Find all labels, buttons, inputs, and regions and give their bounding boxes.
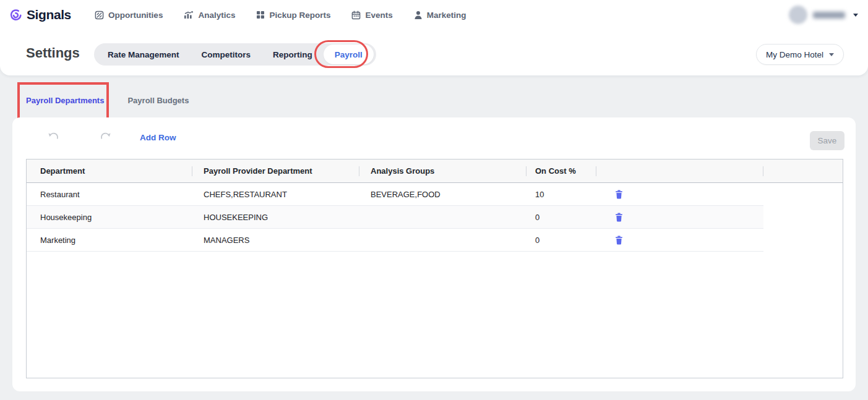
column-header-analysis-groups[interactable]: Analysis Groups (359, 160, 526, 182)
cell-department[interactable]: Restaurant (27, 190, 192, 199)
cell-department[interactable]: Marketing (27, 236, 192, 245)
hotel-selector-label: My Demo Hotel (766, 50, 823, 59)
analytics-icon (184, 11, 194, 19)
column-header-spacer (763, 160, 843, 182)
redo-button[interactable] (99, 131, 111, 143)
pickup-reports-icon (256, 11, 265, 19)
trash-icon (615, 190, 623, 199)
nav-item-marketing[interactable]: Marketing (414, 11, 466, 20)
column-header-actions (596, 160, 763, 182)
table-row[interactable]: Restaurant CHEFS,RESTAURANT BEVERAGE,FOO… (27, 183, 763, 206)
top-navbar: Signals Opportunities Analytics Pickup R… (0, 0, 868, 30)
subtab-label: Payroll Budgets (127, 96, 189, 105)
cell-payroll-provider-department[interactable]: MANAGERS (192, 236, 359, 245)
table-row[interactable]: Marketing MANAGERS 0 (27, 229, 763, 252)
save-button[interactable]: Save (810, 131, 844, 150)
nav-item-opportunities[interactable]: Opportunities (95, 11, 163, 20)
settings-tab-group: Rate Management Competitors Reporting Pa… (94, 43, 376, 66)
nav-label: Pickup Reports (269, 11, 330, 20)
subtab-payroll-budgets[interactable]: Payroll Budgets (127, 96, 189, 113)
page-title: Settings (26, 45, 80, 61)
user-menu[interactable] (789, 6, 858, 24)
subtab-label: Payroll Departments (26, 96, 104, 105)
delete-row-button[interactable] (615, 190, 623, 199)
add-row-button[interactable]: Add Row (140, 133, 176, 142)
hotel-selector-dropdown[interactable]: My Demo Hotel (756, 44, 844, 65)
chevron-down-icon (853, 14, 858, 17)
column-header-department[interactable]: Department (27, 160, 192, 182)
payroll-subtabs: Payroll Departments Payroll Budgets (26, 96, 189, 113)
nav-label: Events (365, 11, 392, 20)
nav-label: Marketing (427, 11, 466, 20)
nav-item-analytics[interactable]: Analytics (184, 11, 235, 20)
nav-item-events[interactable]: Events (351, 11, 392, 20)
chevron-down-icon (829, 53, 834, 56)
subtab-payroll-departments[interactable]: Payroll Departments (26, 96, 104, 113)
avatar (789, 6, 807, 24)
brand-name: Signals (27, 7, 71, 22)
payroll-departments-panel: Add Row Save Department Payroll Provider… (12, 117, 856, 391)
cell-on-cost-pct[interactable]: 10 (526, 190, 596, 199)
cell-on-cost-pct[interactable]: 0 (526, 236, 596, 245)
main-nav: Opportunities Analytics Pickup Reports E… (95, 11, 466, 20)
cell-on-cost-pct[interactable]: 0 (526, 213, 596, 222)
marketing-icon (414, 11, 423, 20)
cell-analysis-groups[interactable]: BEVERAGE,FOOD (359, 190, 526, 199)
nav-label: Opportunities (108, 11, 163, 20)
tab-payroll[interactable]: Payroll (324, 45, 374, 64)
opportunities-icon (95, 11, 104, 20)
column-header-payroll-provider-department[interactable]: Payroll Provider Department (192, 160, 359, 182)
payroll-departments-table: Department Payroll Provider Department A… (26, 159, 843, 378)
table-row[interactable]: Housekeeping HOUSEKEEPING 0 (27, 206, 763, 229)
delete-row-button[interactable] (615, 213, 623, 222)
undo-icon (48, 131, 60, 141)
column-header-on-cost-pct[interactable]: On Cost % (526, 160, 596, 182)
redo-icon (99, 131, 111, 141)
trash-icon (615, 213, 623, 222)
cell-payroll-provider-department[interactable]: HOUSEKEEPING (192, 213, 359, 222)
table-header-row: Department Payroll Provider Department A… (27, 160, 843, 183)
tab-competitors[interactable]: Competitors (191, 43, 262, 66)
brand-logo[interactable]: Signals (9, 7, 71, 22)
trash-icon (615, 236, 623, 245)
signals-logo-icon (9, 8, 23, 22)
delete-row-button[interactable] (615, 236, 623, 245)
cell-department[interactable]: Housekeeping (27, 213, 192, 222)
nav-item-pickup-reports[interactable]: Pickup Reports (256, 11, 330, 20)
events-icon (351, 11, 361, 20)
nav-label: Analytics (198, 11, 235, 20)
tab-reporting[interactable]: Reporting (262, 43, 324, 66)
undo-button[interactable] (48, 131, 60, 143)
user-name-redacted (813, 12, 845, 19)
tab-rate-management[interactable]: Rate Management (97, 43, 191, 66)
cell-payroll-provider-department[interactable]: CHEFS,RESTAURANT (192, 190, 359, 199)
